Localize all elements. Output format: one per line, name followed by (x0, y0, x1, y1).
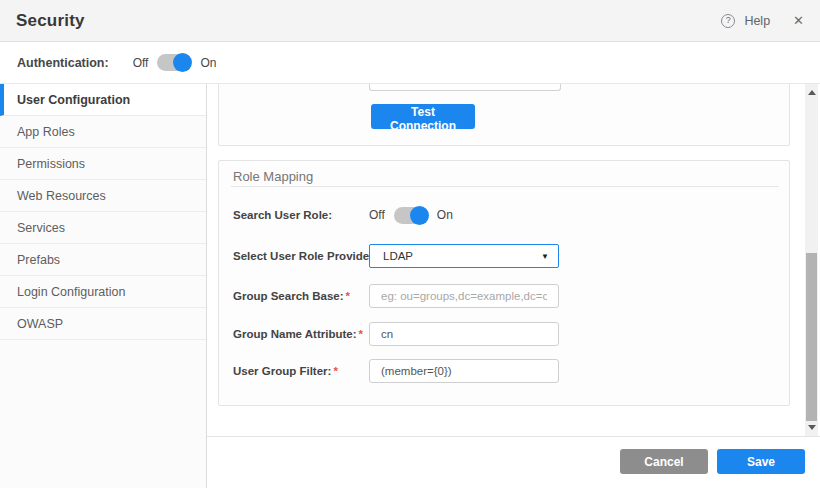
scroll-down-icon[interactable] (808, 425, 816, 430)
test-connection-button[interactable]: Test Connection (371, 104, 475, 129)
authentication-on-label: On (200, 56, 216, 70)
group-name-attribute-row: Group Name Attribute:* (233, 322, 559, 346)
authentication-label: Authentication: (17, 56, 109, 70)
provider-row: Select User Role Provider: LDAP ▼ (233, 244, 559, 268)
group-name-attribute-input[interactable] (369, 322, 559, 346)
toggle-knob-icon (173, 53, 192, 72)
chevron-down-icon: ▼ (541, 252, 549, 261)
provider-select-value: LDAP (383, 250, 413, 262)
role-mapping-title: Role Mapping (233, 169, 313, 184)
cancel-button[interactable]: Cancel (620, 449, 708, 474)
sidebar-item-user-configuration[interactable]: User Configuration (0, 84, 206, 116)
ldap-connection-card: Test Connection (218, 84, 790, 146)
group-name-attribute-label: Group Name Attribute:* (233, 328, 369, 340)
provider-select[interactable]: LDAP ▼ (369, 244, 559, 268)
sidebar-item-services[interactable]: Services (0, 212, 206, 244)
user-group-filter-label: User Group Filter:* (233, 365, 369, 377)
security-dialog: Security ? Help ✕ Authentication: Off On… (0, 0, 820, 488)
save-button[interactable]: Save (717, 449, 805, 474)
close-icon[interactable]: ✕ (793, 14, 804, 27)
footer: Cancel Save (207, 436, 820, 488)
sidebar-item-permissions[interactable]: Permissions (0, 148, 206, 180)
help-link[interactable]: Help (744, 14, 770, 28)
authentication-bar: Authentication: Off On (0, 42, 820, 84)
search-user-role-off-label: Off (369, 208, 385, 222)
user-group-filter-row: User Group Filter:* (233, 359, 559, 383)
content-panel: Test Connection Role Mapping Search User… (207, 84, 805, 436)
authentication-off-label: Off (133, 56, 149, 70)
required-asterisk: * (346, 290, 350, 302)
sidebar-item-login-configuration[interactable]: Login Configuration (0, 276, 206, 308)
search-user-role-label: Search User Role: (233, 209, 369, 221)
truncated-input[interactable] (369, 84, 561, 91)
search-user-role-on-label: On (437, 208, 453, 222)
role-mapping-divider (231, 186, 779, 187)
required-asterisk: * (333, 365, 337, 377)
provider-label: Select User Role Provider: (233, 250, 369, 262)
group-search-base-label: Group Search Base:* (233, 290, 369, 302)
group-search-base-row: Group Search Base:* (233, 284, 559, 308)
search-user-role-row: Search User Role: Off On (233, 203, 453, 227)
sidebar-item-prefabs[interactable]: Prefabs (0, 244, 206, 276)
sidebar: User Configuration App Roles Permissions… (0, 84, 207, 488)
sidebar-item-web-resources[interactable]: Web Resources (0, 180, 206, 212)
sidebar-item-owasp[interactable]: OWASP (0, 308, 206, 340)
page-title: Security (16, 11, 85, 31)
header: Security ? Help ✕ (0, 0, 820, 42)
scrollbar-thumb[interactable] (806, 253, 817, 421)
scroll-up-icon[interactable] (808, 90, 816, 95)
search-user-role-toggle[interactable] (394, 207, 428, 224)
required-asterisk: * (359, 328, 363, 340)
help-icon[interactable]: ? (721, 14, 735, 28)
sidebar-item-app-roles[interactable]: App Roles (0, 116, 206, 148)
group-search-base-input[interactable] (369, 284, 559, 308)
role-mapping-card: Role Mapping Search User Role: Off On Se… (218, 160, 790, 406)
authentication-toggle[interactable] (157, 54, 191, 71)
toggle-knob-icon (410, 206, 429, 225)
content-scrollbar[interactable] (805, 84, 818, 436)
user-group-filter-input[interactable] (369, 359, 559, 383)
